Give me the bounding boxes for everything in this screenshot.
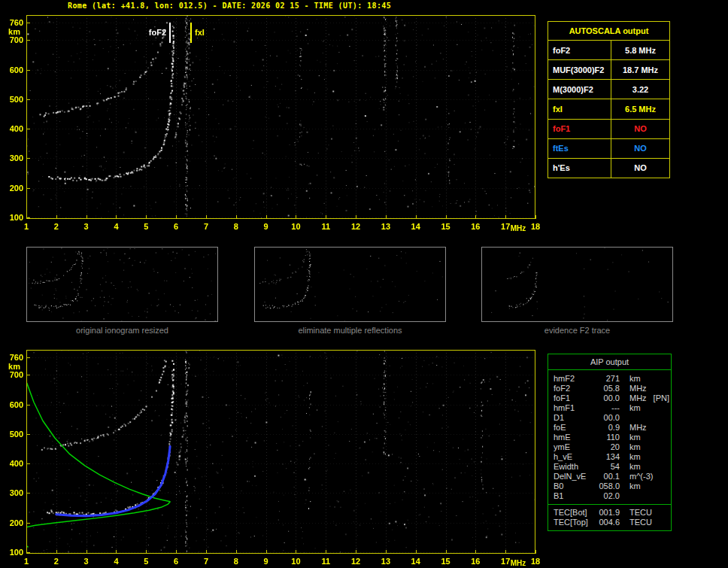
aip-unit: m^(-3) xyxy=(629,472,653,481)
aip-value: 20 xyxy=(596,442,620,452)
aip-output-table: AIP output hmF2271kmfoF205.8MHzfoF100.0M… xyxy=(548,354,672,531)
autoscala-param-label: ftEs xyxy=(548,139,611,158)
aip-row: B102.0 xyxy=(548,491,671,501)
aip-row: TEC[Top]004.6TECU xyxy=(548,518,671,527)
autoscala-row: ftEsNO xyxy=(548,139,669,159)
autoscala-table-rows: foF25.8 MHzMUF(3000)F218.7 MHzM(3000)F23… xyxy=(548,41,669,178)
aip-label: DelN_vE xyxy=(554,472,596,481)
aip-label: foF2 xyxy=(554,384,596,393)
aip-label: hmF1 xyxy=(554,403,596,413)
aip-row: foF205.8MHz xyxy=(548,384,671,393)
aip-unit: MHz xyxy=(629,384,647,393)
thumbnail-evidence-canvas xyxy=(482,248,672,321)
aip-unit: km xyxy=(629,374,641,384)
aip-label: foF1 xyxy=(554,393,596,403)
autoscala-param-value: 6.5 MHz xyxy=(611,99,669,118)
thumbnail-caption: original ionogram resized xyxy=(26,326,218,335)
autoscala-param-label: foF2 xyxy=(548,41,611,59)
top-ionogram-plot xyxy=(0,14,544,238)
aip-row: foE0.9MHz xyxy=(548,423,671,433)
autoscala-row: MUF(3000)F218.7 MHz xyxy=(548,60,669,80)
aip-label: B1 xyxy=(554,491,596,501)
thumbnail-caption: eliminate multiple reflections xyxy=(254,326,446,335)
autoscala-row: foF25.8 MHz xyxy=(548,41,669,60)
aip-label: D1 xyxy=(554,413,596,423)
aip-unit: MHz xyxy=(629,423,647,433)
aip-row: hmF2271km xyxy=(548,374,671,384)
aip-value: --- xyxy=(596,403,620,413)
aip-label: Ewidth xyxy=(554,462,596,472)
autoscala-param-value: NO xyxy=(611,159,669,178)
aip-value: 110 xyxy=(596,433,620,442)
aip-extra: [PN] xyxy=(654,393,669,403)
thumbnail-caption: evidence F2 trace xyxy=(481,326,673,335)
aip-label: ymE xyxy=(554,442,596,452)
page-title: Rome (lat: +41.8, lon: 012.5) - DATE: 20… xyxy=(68,2,391,10)
bottom-ionogram-plot xyxy=(0,348,544,568)
aip-unit: km xyxy=(629,433,641,442)
aip-label: hmF2 xyxy=(554,374,596,384)
aip-row: h_vE134km xyxy=(548,452,671,462)
aip-label: h_vE xyxy=(554,452,596,462)
aip-value: 058.0 xyxy=(596,481,620,491)
aip-table-rows: hmF2271kmfoF205.8MHzfoF100.0MHz[PN]hmF1-… xyxy=(548,374,671,527)
aip-value: 02.0 xyxy=(596,491,620,501)
aip-label: foE xyxy=(554,423,596,433)
aip-value: 00.1 xyxy=(596,472,620,481)
aip-row: DelN_vE00.1m^(-3) xyxy=(548,472,671,481)
autoscala-param-value: NO xyxy=(611,139,669,158)
autoscala-param-value: NO xyxy=(611,120,669,138)
aip-value: 0.9 xyxy=(596,423,620,433)
aip-value: 134 xyxy=(596,452,620,462)
aip-unit: km xyxy=(629,481,641,491)
autoscala-param-label: h'Es xyxy=(548,159,611,178)
aip-value: 00.0 xyxy=(596,393,620,403)
aip-unit: km xyxy=(629,462,641,472)
thumbnail-original-canvas xyxy=(27,248,217,321)
aip-unit: km xyxy=(629,403,641,413)
aip-row: Ewidth54km xyxy=(548,462,671,472)
aip-row: hmE110km xyxy=(548,433,671,442)
autoscala-param-label: M(3000)F2 xyxy=(548,80,611,99)
aip-value: 54 xyxy=(596,462,620,472)
autoscala-param-value: 5.8 MHz xyxy=(611,41,669,59)
autoscala-row: fxI6.5 MHz xyxy=(548,99,669,119)
aip-label: B0 xyxy=(554,481,596,491)
aip-table-title: AIP output xyxy=(548,354,671,370)
aip-value: 001.9 xyxy=(596,508,620,518)
aip-value: 271 xyxy=(596,374,620,384)
autoscala-param-value: 18.7 MHz xyxy=(611,60,669,79)
autoscala-param-value: 3.22 xyxy=(611,80,669,99)
aip-unit: km xyxy=(629,452,641,462)
aip-row: ymE20km xyxy=(548,442,671,452)
aip-unit: km xyxy=(629,442,641,452)
aip-value: 00.0 xyxy=(596,413,620,423)
aip-unit: TECU xyxy=(629,518,652,527)
autoscala-row: M(3000)F23.22 xyxy=(548,80,669,99)
autoscala-table-title: AUTOSCALA output xyxy=(548,22,669,41)
aip-value: 004.6 xyxy=(596,518,620,527)
thumbnail-original-ionogram xyxy=(26,247,218,322)
autoscala-param-label: foF1 xyxy=(548,120,611,138)
autoscala-param-label: MUF(3000)F2 xyxy=(548,60,611,79)
aip-label: TEC[Top] xyxy=(554,518,596,527)
aip-unit: MHz xyxy=(629,393,647,403)
thumbnail-eliminate-canvas xyxy=(255,248,445,321)
aip-value: 05.8 xyxy=(596,384,620,393)
aip-unit: TECU xyxy=(629,508,652,518)
aip-row: hmF1---km xyxy=(548,403,671,413)
thumbnail-eliminate-reflections xyxy=(254,247,446,322)
autoscala-param-label: fxI xyxy=(548,99,611,118)
autoscala-output-table: AUTOSCALA output foF25.8 MHzMUF(3000)F21… xyxy=(548,21,670,178)
thumbnail-evidence-f2 xyxy=(481,247,673,322)
aip-row: B0058.0km xyxy=(548,481,671,491)
aip-separator xyxy=(548,504,671,505)
aip-row: D100.0 xyxy=(548,413,671,423)
autoscala-row: h'EsNO xyxy=(548,159,669,178)
aip-row: TEC[Bot]001.9TECU xyxy=(548,508,671,518)
aip-label: hmE xyxy=(554,433,596,442)
autoscala-row: foF1NO xyxy=(548,120,669,139)
aip-row: foF100.0MHz[PN] xyxy=(548,393,671,403)
autoscala-window: Rome (lat: +41.8, lon: 012.5) - DATE: 20… xyxy=(0,0,728,568)
aip-label: TEC[Bot] xyxy=(554,508,596,518)
